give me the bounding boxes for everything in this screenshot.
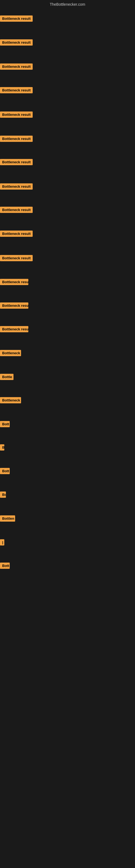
bottleneck-result-label: Bott [0, 468, 10, 474]
bottleneck-result-label: Bottleneck resu [0, 303, 28, 309]
bottleneck-result-label: Bottleneck result [0, 16, 33, 22]
bottleneck-result-label: B [0, 444, 4, 451]
bottleneck-result-label: Bottleneck [0, 397, 21, 403]
bottleneck-result-label: Bottleneck result [0, 207, 33, 213]
bottleneck-result-label: Bottleneck result [0, 39, 33, 45]
bottleneck-result-label: Bottleneck result [0, 135, 33, 142]
bottleneck-result-label: Bottleneck resu [0, 279, 28, 285]
bottleneck-result-label: Bott [0, 421, 10, 427]
bottleneck-result-label: Bottleneck result [0, 183, 33, 190]
bottleneck-result-label: Bottlen [0, 516, 15, 522]
bottleneck-result-label: Bottleneck result [0, 230, 33, 237]
bottleneck-result-label: Bottleneck [0, 350, 21, 356]
bottleneck-result-label: Bottle [0, 374, 13, 380]
site-title: TheBottlenecker.com [0, 0, 135, 9]
bottleneck-result-label: | [0, 539, 4, 546]
bottleneck-result-label: Bott [0, 563, 10, 569]
bottleneck-result-label: Bottleneck result [0, 159, 33, 165]
bottleneck-result-label: Bottleneck resu [0, 326, 28, 332]
bottleneck-result-label: Bo [0, 492, 6, 498]
bottleneck-result-label: Bottleneck result [0, 112, 33, 118]
bottleneck-result-label: Bottleneck result [0, 63, 33, 70]
bottleneck-result-label: Bottleneck result [0, 87, 33, 93]
bottleneck-result-label: Bottleneck result [0, 255, 33, 261]
